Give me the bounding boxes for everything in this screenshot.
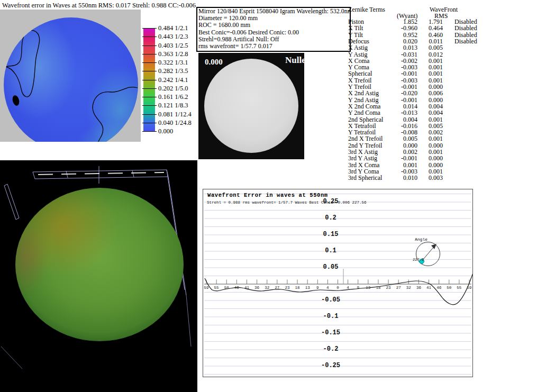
scale-tick <box>142 28 157 29</box>
zernike-rms-value: 0.006 <box>422 90 443 96</box>
scale-label: 0.403 1/2.5 <box>158 42 188 50</box>
zernike-wyant-value: 0.000 <box>348 142 417 149</box>
scale-label: 0.081 1/12.4 <box>158 111 192 118</box>
zernike-wyant-value: -0.003 <box>348 64 417 70</box>
scale-label: 0.242 1/4.1 <box>158 76 188 84</box>
zernike-row: 3rd X Astig0.0020.001 <box>348 149 507 155</box>
scale-tick <box>142 71 157 71</box>
profile-plot-panel: Wavefront Error in waves at 550nm Strehl… <box>203 189 473 377</box>
zernike-row: Y Trefoil-0.0010.000 <box>348 84 507 90</box>
zernike-table: Zernike Terms WaveFront (Wyant) RMS Pist… <box>348 6 507 183</box>
zernike-rms-value: 0.000 <box>422 142 443 149</box>
app-window: Wavefront error in Waves at 550nm RMS: 0… <box>0 0 555 392</box>
surface-3d-image <box>0 160 197 392</box>
angle-dial <box>416 242 440 266</box>
zernike-wyant-value: -0.001 <box>348 84 417 90</box>
zernike-disabled-flag: Disabled <box>454 32 477 38</box>
scale-tick <box>142 62 157 63</box>
zernike-wyant-value: -0.003 <box>348 77 417 84</box>
zernike-wyant-value: 0.001 <box>348 162 417 168</box>
zernike-disabled-flag: Disabled <box>454 19 477 25</box>
angle-value: 227.6 <box>413 258 424 262</box>
zernike-row: X Coma-0.0020.001 <box>348 58 507 64</box>
zernike-rms-value: 0.000 <box>422 84 443 90</box>
zernike-wyant-value: 0.020 <box>348 38 417 44</box>
scale-tick <box>142 80 157 80</box>
zernike-rms-value: 0.004 <box>422 110 443 116</box>
zernike-row: Y Tetrafoil-0.0080.002 <box>348 129 507 135</box>
zernike-wyant-value: -0.001 <box>348 155 417 161</box>
zernike-row: X Trefoil-0.0030.001 <box>348 77 507 84</box>
zernike-row: Y 2nd Astig-0.0010.000 <box>348 97 507 103</box>
zernike-row: Y 2nd Coma-0.0130.004 <box>348 110 507 116</box>
scale-tick <box>142 97 157 97</box>
zernike-wyant-value: -0.031 <box>348 51 417 58</box>
zernike-rms-value: 0.005 <box>422 123 443 129</box>
zernike-wyant-value: -0.001 <box>348 70 417 77</box>
zernike-rms-value: 0.000 <box>422 97 443 103</box>
zernike-row: Piston1.8521.791Disabled <box>348 19 507 25</box>
scale-tick <box>142 37 157 37</box>
zernike-wyant-value: -0.001 <box>348 97 417 103</box>
scale-label: 0.484 1/2.1 <box>158 24 188 32</box>
scale-tick <box>142 114 157 115</box>
scale-label: 0.363 1/2.8 <box>158 50 188 58</box>
profile-curve <box>205 273 472 305</box>
profile-plot-canvas <box>203 189 472 377</box>
zernike-rms-value: 0.000 <box>422 155 443 161</box>
plot-subtitle: Strehl = 0.988 rms wavefront= 1/57.7 Wav… <box>207 200 367 205</box>
angle-label: Angle <box>415 237 427 242</box>
scale-tick <box>142 131 157 132</box>
scale-label: 0.282 1/3.5 <box>158 67 188 75</box>
zernike-row: Y Tilt0.9520.460Disabled <box>348 32 507 38</box>
info-box: Mirror 120/840 Esprit 1508040 Igram Wave… <box>196 7 351 52</box>
zernike-wyant-value: -0.013 <box>348 110 417 116</box>
null-value: 0.000 <box>205 58 223 67</box>
scale-tick <box>142 123 157 123</box>
zernike-row: 2nd X Trefoil0.0050.001 <box>348 135 507 142</box>
null-disc-image <box>198 53 304 159</box>
zernike-rms-value: 0.001 <box>422 149 443 155</box>
zernike-wyant-value: 1.852 <box>348 19 417 25</box>
zernike-row: 2nd Spherical0.0040.001 <box>348 116 507 123</box>
zernike-row: 3rd X Coma0.0010.000 <box>348 162 507 168</box>
zernike-row: X Tilt-0.9600.464Disabled <box>348 25 507 31</box>
zernike-wyant-value: 0.014 <box>348 103 417 110</box>
zernike-rms-value: 0.004 <box>422 103 443 110</box>
wavefront-map-panel <box>0 10 141 142</box>
zernike-rms-value: 0.464 <box>422 25 443 31</box>
zernike-wyant-value: 0.002 <box>348 149 417 155</box>
info-line: rms wavefront= 1/57.7 0.017 <box>198 43 349 50</box>
zernike-disabled-flag: Disabled <box>454 38 477 44</box>
zernike-title: Zernike Terms <box>348 6 385 14</box>
info-line: Best Conic=-0.006 Desired Conic: 0.00 <box>198 29 349 36</box>
scale-label: 0.040 1/24.8 <box>158 119 192 127</box>
zernike-wyant-value: -0.960 <box>348 25 417 31</box>
zernike-row: 3rd Spherical0.0100.003 <box>348 175 507 181</box>
zernike-row: Y Coma-0.0030.001 <box>348 64 507 70</box>
zernike-row: 3rd Y Coma-0.0030.001 <box>348 168 507 175</box>
zernike-rms-value: 0.001 <box>422 116 443 123</box>
null-view-panel: 0.000 Nulle <box>198 53 304 159</box>
scale-label: 0.443 1/2.3 <box>158 33 188 41</box>
zernike-wyant-value: 0.010 <box>348 175 417 181</box>
info-line: ROC = 1680.00 mm <box>198 22 349 29</box>
zernike-row: X Astig0.0130.005 <box>348 44 507 51</box>
scale-label: 0.322 1/3.1 <box>158 59 188 67</box>
zernike-row: X Tetrafoil-0.0160.005 <box>348 123 507 129</box>
zernike-rms-value: 0.012 <box>422 51 443 58</box>
wavefront-map-image <box>0 10 141 142</box>
zernike-wyant-value: -0.003 <box>348 168 417 175</box>
scale-tick <box>142 105 157 106</box>
wavefront-map-title: Wavefront error in Waves at 550nm RMS: 0… <box>2 2 196 10</box>
zernike-rms-value: 0.001 <box>422 77 443 84</box>
zernike-rms-value: 0.001 <box>422 135 443 142</box>
zernike-wyant-value: 0.004 <box>348 116 417 123</box>
zernike-rms-value: 0.001 <box>422 64 443 70</box>
zernike-wyant-value: 0.952 <box>348 32 417 38</box>
surface-3d-panel <box>0 160 197 392</box>
zernike-rms-value: 0.001 <box>422 58 443 64</box>
zernike-wyant-value: 0.013 <box>348 44 417 51</box>
zernike-row: X 2nd Coma0.0140.004 <box>348 103 507 110</box>
zernike-wyant-value: 0.005 <box>348 135 417 142</box>
